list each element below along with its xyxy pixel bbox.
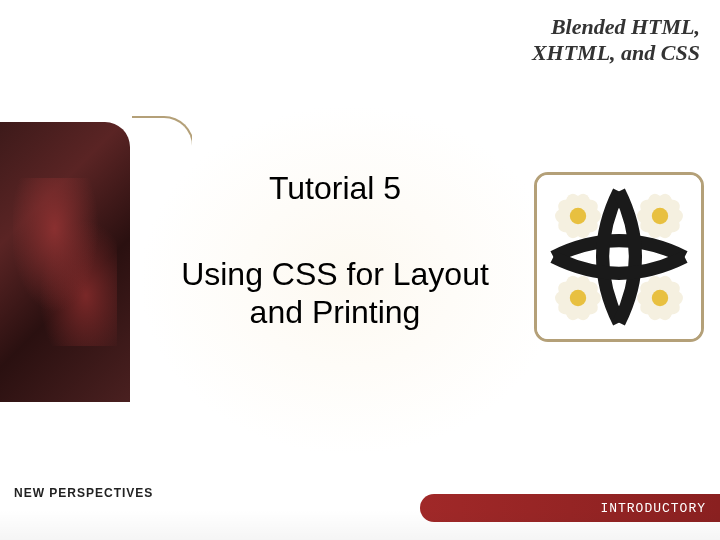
book-title: Blended HTML, XHTML, and CSS (532, 14, 700, 67)
book-title-line1: Blended HTML, (551, 14, 700, 39)
svg-point-12 (652, 208, 668, 224)
tutorial-number: Tutorial 5 (165, 170, 505, 207)
svg-point-6 (570, 208, 586, 224)
series-label: NEW PERSPECTIVES (14, 486, 153, 500)
curve-accent-decoration (132, 116, 192, 176)
level-label: INTRODUCTORY (600, 501, 706, 516)
tutorial-title: Using CSS for Layout and Printing (165, 255, 505, 332)
svg-point-24 (652, 290, 668, 306)
level-badge: INTRODUCTORY (420, 494, 720, 522)
decorative-flower-image-dark (0, 122, 130, 402)
decorative-flower-image-light (534, 172, 704, 342)
svg-point-18 (570, 290, 586, 306)
book-title-line2: XHTML, and CSS (532, 40, 700, 65)
